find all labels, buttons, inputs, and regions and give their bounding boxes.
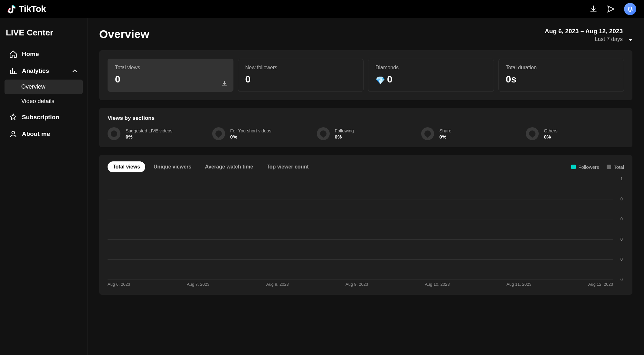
svg-point-0 <box>12 131 15 134</box>
download-icon[interactable] <box>589 5 598 13</box>
chart-header: Total viewsUnique viewersAverage watch t… <box>108 161 624 172</box>
views-section-value: 0% <box>230 134 271 139</box>
views-section-item: Others0% <box>526 127 624 140</box>
legend-item-followers: Followers <box>571 164 599 170</box>
star-icon <box>9 113 17 121</box>
chart-x-label: Aug 8, 2023 <box>266 282 289 288</box>
sidebar-item-overview[interactable]: Overview <box>5 80 83 94</box>
donut-icon <box>212 127 225 140</box>
top-bar: TikTok <box>0 0 644 18</box>
sidebar-item-analytics[interactable]: Analytics <box>5 63 83 79</box>
diamond-icon: 💎 <box>375 76 385 85</box>
sidebar-item-label: Subscription <box>22 114 59 121</box>
sidebar-sub-analytics: Overview Video details <box>5 80 83 109</box>
chart-gridline: 0 <box>108 280 613 280</box>
stat-label: Total views <box>115 65 226 71</box>
date-range-text: Aug 6, 2023 – Aug 12, 2023 <box>545 28 623 35</box>
chart-x-label: Aug 10, 2023 <box>425 282 450 288</box>
views-section-label: For You short videos <box>230 128 271 133</box>
donut-icon <box>421 127 434 140</box>
chart-tab-average-watch-time[interactable]: Average watch time <box>200 161 258 172</box>
page-header: Overview Aug 6, 2023 – Aug 12, 2023 Last… <box>99 28 632 43</box>
sidebar-item-label: Analytics <box>22 67 49 74</box>
chart-y-label: 0 <box>620 257 623 262</box>
chart-x-label: Aug 6, 2023 <box>108 282 130 288</box>
stat-value: 0 <box>245 74 356 85</box>
chart-gridline: 0 <box>108 239 613 240</box>
date-range-sub: Last 7 days <box>545 36 623 43</box>
views-section-label: Others <box>544 128 557 133</box>
chart-y-label: 0 <box>620 277 623 282</box>
legend-item-total: Total <box>607 164 624 170</box>
legend-label: Total <box>614 164 624 170</box>
chart-grid: 100000 <box>108 179 613 280</box>
views-section-item: Following0% <box>317 127 415 140</box>
legend-swatch <box>607 165 611 169</box>
chart-area: 100000 Aug 6, 2023Aug 7, 2023Aug 8, 2023… <box>108 179 624 288</box>
views-section-label: Suggested LIVE videos <box>126 128 173 133</box>
donut-icon <box>108 127 120 140</box>
analytics-icon <box>9 67 17 75</box>
donut-icon <box>526 127 539 140</box>
chart-x-label: Aug 11, 2023 <box>507 282 531 288</box>
chart-tab-top-viewer-count[interactable]: Top viewer count <box>261 161 314 172</box>
chart-y-label: 1 <box>620 176 623 181</box>
chevron-up-icon <box>71 67 78 74</box>
legend-label: Followers <box>578 164 599 170</box>
stat-label: Total duration <box>506 65 617 71</box>
sidebar: LIVE Center Home Analytics Overview Vide… <box>0 18 88 355</box>
stat-value: 0s <box>506 74 617 85</box>
sidebar-item-label: About me <box>22 130 50 138</box>
user-icon <box>9 130 17 138</box>
chart-gridline: 0 <box>108 259 613 260</box>
chart-legend: FollowersTotal <box>571 164 624 170</box>
views-section-item: Share0% <box>421 127 519 140</box>
sidebar-item-subscription[interactable]: Subscription <box>5 109 83 125</box>
date-range-picker[interactable]: Aug 6, 2023 – Aug 12, 2023 Last 7 days <box>545 28 632 43</box>
stat-card-total-views[interactable]: Total views0 <box>108 59 233 92</box>
chart-tab-unique-viewers[interactable]: Unique viewers <box>148 161 196 172</box>
chart-y-label: 0 <box>620 216 623 221</box>
chart-gridline: 0 <box>108 219 613 219</box>
chart-x-axis: Aug 6, 2023Aug 7, 2023Aug 8, 2023Aug 9, … <box>108 282 613 288</box>
chart-panel: Total viewsUnique viewersAverage watch t… <box>99 155 632 295</box>
stat-card-diamonds[interactable]: Diamonds💎0 <box>368 59 494 92</box>
views-by-sections-panel: Views by sections Suggested LIVE videos0… <box>99 108 632 147</box>
avatar[interactable] <box>624 3 636 15</box>
main-content: Overview Aug 6, 2023 – Aug 12, 2023 Last… <box>88 18 644 355</box>
sidebar-item-about-me[interactable]: About me <box>5 126 83 142</box>
chart-gridline: 1 <box>108 179 613 179</box>
download-icon[interactable] <box>221 80 228 87</box>
caret-down-icon <box>629 39 632 41</box>
brand[interactable]: TikTok <box>6 4 46 14</box>
send-icon[interactable] <box>607 5 615 13</box>
chart-x-label: Aug 12, 2023 <box>588 282 613 288</box>
chart-tab-group: Total viewsUnique viewersAverage watch t… <box>108 161 314 172</box>
stat-card-total-duration[interactable]: Total duration0s <box>498 59 624 92</box>
views-by-sections-row: Suggested LIVE videos0%For You short vid… <box>108 127 624 140</box>
sidebar-item-video-details[interactable]: Video details <box>5 94 83 109</box>
brand-name: TikTok <box>19 5 46 14</box>
views-section-item: For You short videos0% <box>212 127 310 140</box>
views-section-label: Following <box>335 128 354 133</box>
views-section-value: 0% <box>544 134 557 139</box>
chart-tab-total-views[interactable]: Total views <box>108 161 145 172</box>
stat-card-new-followers[interactable]: New followers0 <box>238 59 364 92</box>
chart-y-label: 0 <box>620 197 623 201</box>
layers-icon <box>627 6 633 12</box>
stat-value: 💎0 <box>375 74 487 85</box>
chart-y-label: 0 <box>620 237 623 242</box>
stat-cards-row: Total views0New followers0Diamonds💎0Tota… <box>108 59 624 92</box>
legend-swatch <box>571 165 576 169</box>
sidebar-item-home[interactable]: Home <box>5 46 83 62</box>
views-section-item: Suggested LIVE videos0% <box>108 127 206 140</box>
views-section-value: 0% <box>335 134 354 139</box>
views-section-label: Share <box>439 128 451 133</box>
topbar-actions <box>589 3 636 15</box>
sidebar-item-label: Home <box>22 51 39 58</box>
chart-x-label: Aug 9, 2023 <box>346 282 368 288</box>
chart-x-label: Aug 7, 2023 <box>187 282 209 288</box>
views-section-value: 0% <box>126 134 173 139</box>
sidebar-title: LIVE Center <box>5 28 83 38</box>
stat-label: New followers <box>245 65 356 71</box>
